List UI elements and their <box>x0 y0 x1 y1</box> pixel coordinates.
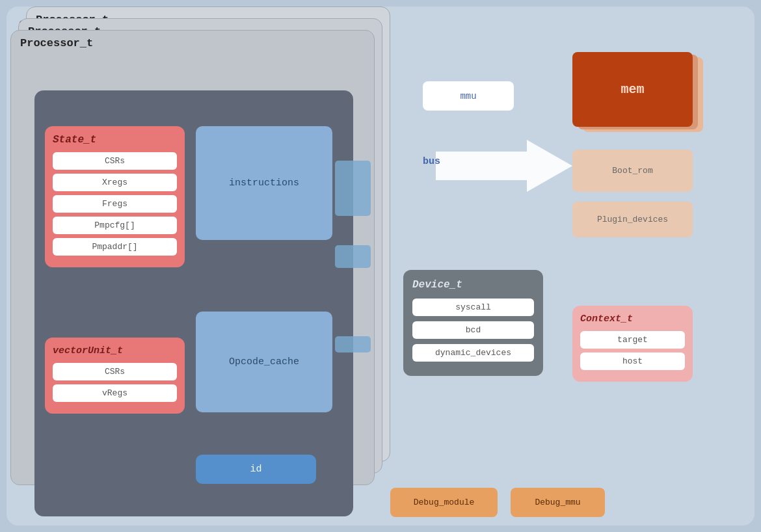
plugin-label: Plugin_devices <box>597 215 668 224</box>
vector-label: vectorUnit_t <box>53 345 177 356</box>
bootrom-box: Boot_rom <box>572 150 693 192</box>
debug-module-box: Debug_module <box>390 488 498 517</box>
id-box: id <box>196 455 316 484</box>
context-item-target: target <box>580 331 685 349</box>
mmu-box: mmu <box>423 81 514 111</box>
id-label: id <box>250 464 261 475</box>
mem-label: mem <box>621 82 644 97</box>
processor-label-1: Processor_t <box>11 31 374 52</box>
context-label: Context_t <box>580 313 685 325</box>
main-container: Sim_t Processor_t Processor_t Processor_… <box>7 7 754 525</box>
vector-item-vregs: vRegs <box>53 384 177 402</box>
mem-front: mem <box>572 52 693 127</box>
state-item-fregs: Fregs <box>53 195 177 213</box>
processor-layer-1: Processor_t State_t CSRs Xregs Fregs Pmp… <box>10 30 375 485</box>
instructions-label: instructions <box>229 178 299 189</box>
strip-blue-3 <box>335 336 371 352</box>
state-item-pmpaddr: Pmpaddr[] <box>53 238 177 256</box>
state-item-xregs: Xregs <box>53 174 177 191</box>
plugin-box: Plugin_devices <box>572 202 693 237</box>
strip-blue-1 <box>335 161 371 216</box>
device-item-dynamic: dynamic_devices <box>412 344 534 362</box>
state-label: State_t <box>53 134 177 146</box>
opcode-label: Opcode_cache <box>229 356 299 367</box>
state-item-pmpcfg: Pmpcfg[] <box>53 217 177 234</box>
opcode-cache-box: Opcode_cache <box>196 312 332 412</box>
context-item-host: host <box>580 352 685 370</box>
mmu-label: mmu <box>460 91 476 101</box>
device-item-syscall: syscall <box>412 299 534 316</box>
state-item-csrs: CSRs <box>53 152 177 170</box>
bus-label: bus <box>423 156 440 167</box>
vector-box: vectorUnit_t CSRs vRegs <box>45 338 185 414</box>
debug-module-label: Debug_module <box>414 498 475 507</box>
device-box: Device_t syscall bcd dynamic_devices <box>403 270 543 376</box>
bus-arrow <box>436 133 572 202</box>
device-item-bcd: bcd <box>412 321 534 339</box>
strip-blue-2 <box>335 245 371 268</box>
state-box: State_t CSRs Xregs Fregs Pmpcfg[] Pmpadd… <box>45 126 185 267</box>
vector-item-csrs: CSRs <box>53 363 177 380</box>
debug-mmu-box: Debug_mmu <box>511 488 605 517</box>
context-box: Context_t target host <box>572 306 693 382</box>
debug-mmu-label: Debug_mmu <box>535 498 580 507</box>
bootrom-label: Boot_rom <box>612 166 652 176</box>
svg-marker-0 <box>436 140 572 192</box>
device-label: Device_t <box>412 279 534 291</box>
instructions-box: instructions <box>196 126 332 240</box>
processor-inner: State_t CSRs Xregs Fregs Pmpcfg[] Pmpadd… <box>34 90 353 516</box>
